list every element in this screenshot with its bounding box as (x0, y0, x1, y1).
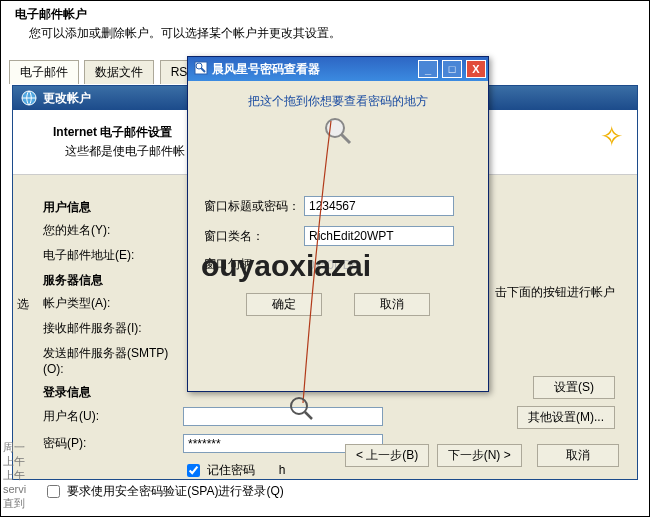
password-viewer-popup: 晨风星号密码查看器 _ □ X 把这个拖到你想要查看密码的地方 窗口标题或密码：… (187, 56, 489, 392)
close-button[interactable]: X (466, 60, 486, 78)
label-outgoing: 发送邮件服务器(SMTP)(O): (43, 345, 183, 376)
label-password: 密码(P): (43, 435, 183, 452)
label-name: 您的姓名(Y): (43, 222, 183, 239)
next-button[interactable]: 下一步(N) > (437, 444, 522, 467)
label-email: 电子邮件地址(E): (43, 247, 183, 264)
spa-box[interactable] (47, 485, 60, 498)
popup-cancel-button[interactable]: 取消 (354, 293, 430, 316)
title-or-pwd-input[interactable] (304, 196, 454, 216)
spa-label: 要求使用安全密码验证(SPA)进行登录(Q) (67, 484, 283, 498)
left-hint: 选 (17, 296, 29, 313)
popup-instruction: 把这个拖到你想要查看密码的地方 (204, 93, 472, 110)
remember-password-checkbox[interactable]: 记住密码 (183, 463, 259, 477)
magnifier-drag-icon[interactable] (323, 116, 353, 146)
test-settings-button[interactable]: 设置(S) (533, 376, 615, 399)
spa-checkbox[interactable]: 要求使用安全密码验证(SPA)进行登录(Q) (43, 484, 284, 498)
popup-title: 晨风星号密码查看器 (212, 61, 320, 78)
label-title-or-pwd: 窗口标题或密码： (204, 198, 304, 215)
popup-titlebar[interactable]: 晨风星号密码查看器 _ □ X (188, 57, 488, 81)
remember-suffix: h (279, 463, 286, 477)
maximize-button[interactable]: □ (442, 60, 462, 78)
label-username: 用户名(U): (43, 408, 183, 425)
remember-password-box[interactable] (187, 464, 200, 477)
label-incoming: 接收邮件服务器(I): (43, 320, 183, 337)
other-settings-button[interactable]: 其他设置(M)... (517, 406, 615, 429)
label-account-type: 帐户类型(A): (43, 295, 183, 312)
remember-password-label: 记住密码 (207, 463, 255, 477)
label-handle: 窗口句柄： (204, 256, 304, 273)
svg-line-5 (341, 134, 350, 143)
accounts-header: 电子邮件帐户 您可以添加或删除帐户。可以选择某个帐户并更改其设置。 (9, 2, 639, 48)
svg-line-7 (305, 412, 312, 419)
cancel-button[interactable]: 取消 (537, 444, 619, 467)
svg-point-6 (291, 398, 307, 414)
accounts-title: 电子邮件帐户 (15, 6, 639, 23)
username-input[interactable] (183, 407, 383, 426)
wizard-buttons: < 上一步(B) 下一步(N) > 取消 (341, 444, 619, 467)
prev-button[interactable]: < 上一步(B) (345, 444, 429, 467)
accounts-desc: 您可以添加或删除帐户。可以选择某个帐户并更改其设置。 (29, 25, 639, 42)
tab-email[interactable]: 电子邮件 (9, 60, 79, 84)
footer-hint: 周一 上午 上午 servi 直到 (3, 440, 26, 510)
dialog-title: 更改帐户 (43, 86, 91, 110)
right-note-text: 击下面的按钮进行帐户 (495, 284, 615, 301)
popup-ok-button[interactable]: 确定 (246, 293, 322, 316)
minimize-button[interactable]: _ (418, 60, 438, 78)
globe-icon (21, 90, 37, 106)
handle-value: 0x50DD6 (304, 258, 454, 272)
label-classname: 窗口类名： (204, 228, 304, 245)
magnifier-cursor-icon (289, 396, 315, 425)
tab-datafile[interactable]: 数据文件 (84, 60, 154, 84)
popup-app-icon (194, 61, 208, 78)
cursor-star-icon: ✧ (600, 120, 623, 153)
classname-input[interactable] (304, 226, 454, 246)
